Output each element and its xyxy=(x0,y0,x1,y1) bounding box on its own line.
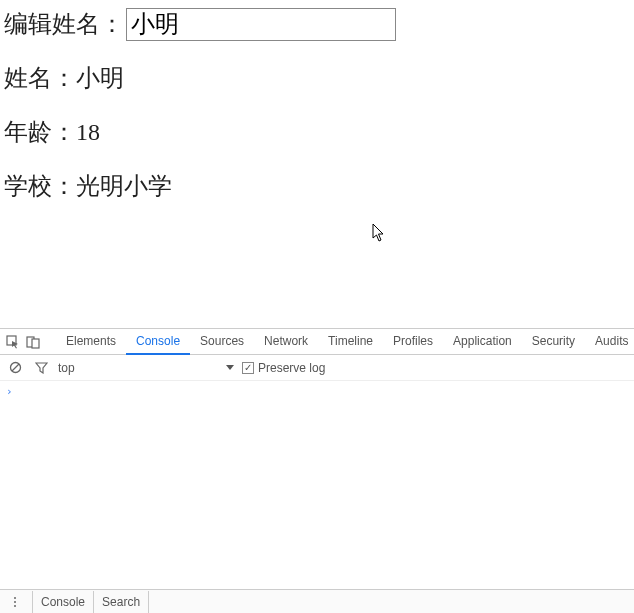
school-value: 光明小学 xyxy=(76,173,172,199)
edit-name-label: 编辑姓名： xyxy=(4,6,124,42)
age-line: 年龄：18 xyxy=(4,114,630,150)
svg-point-7 xyxy=(14,605,16,607)
name-label: 姓名： xyxy=(4,65,76,91)
tab-sources[interactable]: Sources xyxy=(190,329,254,355)
preserve-log-control[interactable]: ✓ Preserve log xyxy=(242,361,325,375)
context-label: top xyxy=(58,361,75,375)
tab-security[interactable]: Security xyxy=(522,329,585,355)
drawer-tab-console[interactable]: Console xyxy=(33,591,94,613)
svg-line-4 xyxy=(12,364,19,371)
clear-console-icon[interactable] xyxy=(6,359,24,377)
devtools-tabbar: Elements Console Sources Network Timelin… xyxy=(0,329,634,355)
filter-icon[interactable] xyxy=(32,359,50,377)
console-toolbar: top ✓ Preserve log xyxy=(0,355,634,381)
age-value: 18 xyxy=(76,119,100,145)
device-toolbar-icon[interactable] xyxy=(26,333,40,351)
context-selector[interactable]: top xyxy=(58,361,218,375)
school-line: 学校：光明小学 xyxy=(4,168,630,204)
devtools-tabs: Elements Console Sources Network Timelin… xyxy=(56,329,634,355)
drawer-tabs: Console Search xyxy=(32,591,149,613)
drawer-menu-icon[interactable] xyxy=(6,593,24,611)
preserve-log-label: Preserve log xyxy=(258,361,325,375)
svg-rect-2 xyxy=(32,339,39,348)
edit-name-input[interactable] xyxy=(126,8,396,41)
tab-audits[interactable]: Audits xyxy=(585,329,634,355)
tab-network[interactable]: Network xyxy=(254,329,318,355)
tab-application[interactable]: Application xyxy=(443,329,522,355)
tab-elements[interactable]: Elements xyxy=(56,329,126,355)
page-content: 编辑姓名： 姓名：小明 年龄：18 学校：光明小学 xyxy=(0,0,634,228)
tab-timeline[interactable]: Timeline xyxy=(318,329,383,355)
age-label: 年龄： xyxy=(4,119,76,145)
svg-point-6 xyxy=(14,601,16,603)
devtools-panel: Elements Console Sources Network Timelin… xyxy=(0,328,634,613)
edit-name-row: 编辑姓名： xyxy=(4,6,630,42)
console-output[interactable]: › xyxy=(0,381,634,613)
name-line: 姓名：小明 xyxy=(4,60,630,96)
tab-profiles[interactable]: Profiles xyxy=(383,329,443,355)
name-value: 小明 xyxy=(76,65,124,91)
tab-console[interactable]: Console xyxy=(126,329,190,355)
school-label: 学校： xyxy=(4,173,76,199)
devtools-drawer: Console Search xyxy=(0,589,634,613)
chevron-down-icon[interactable] xyxy=(226,365,234,370)
preserve-log-checkbox[interactable]: ✓ xyxy=(242,362,254,374)
inspect-element-icon[interactable] xyxy=(6,333,20,351)
drawer-tab-search[interactable]: Search xyxy=(94,591,149,613)
svg-point-5 xyxy=(14,597,16,599)
console-prompt: › xyxy=(6,385,13,398)
